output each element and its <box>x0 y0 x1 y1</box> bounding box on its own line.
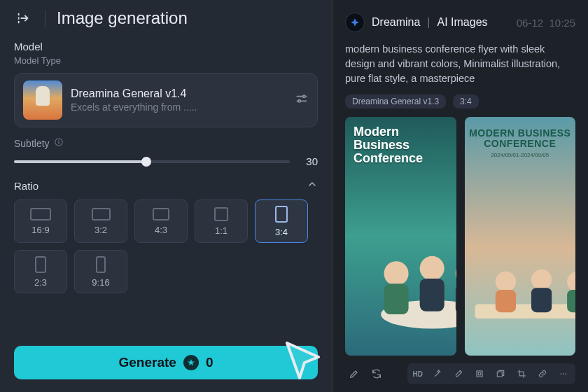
svg-rect-10 <box>475 304 575 318</box>
ratio-shape-icon <box>153 208 169 220</box>
ratio-label: Ratio <box>14 180 38 192</box>
edit-icon[interactable] <box>345 365 363 383</box>
ratio-option-3-4[interactable]: 3:4 <box>255 200 308 243</box>
svg-rect-7 <box>420 279 444 312</box>
svg-point-6 <box>420 256 444 281</box>
magic-wand-icon[interactable] <box>428 365 447 383</box>
svg-rect-20 <box>478 372 481 375</box>
ratio-option-16-9[interactable]: 16:9 <box>14 200 67 243</box>
svg-rect-21 <box>497 372 502 377</box>
results-feed: Dreamina | AI Images 06-12 10:25 modern … <box>332 0 588 392</box>
subtlety-label-row: Subtlety <box>14 137 318 150</box>
feed-timestamp: 06-12 10:25 <box>517 17 575 29</box>
poster-title: Modern Business Conference <box>354 125 448 165</box>
svg-rect-12 <box>495 290 515 312</box>
model-type-label: Model Type <box>14 55 318 66</box>
svg-rect-16 <box>567 290 575 312</box>
svg-point-11 <box>495 272 515 292</box>
svg-point-15 <box>567 272 575 292</box>
model-description: Excels at everything from ..... <box>71 102 286 113</box>
svg-rect-5 <box>384 284 409 315</box>
panel-header: Image generation <box>14 8 318 28</box>
feed-date: 06-12 <box>517 17 543 29</box>
ratio-option-label: 1:1 <box>215 225 227 236</box>
ratio-header[interactable]: Ratio <box>14 178 318 192</box>
result-grid: Modern Business Conference MODERN BUSINE… <box>345 117 575 356</box>
layers-icon[interactable] <box>491 365 510 383</box>
chip[interactable]: Dreamina General v1.3 <box>345 94 446 108</box>
feed-time: 10:25 <box>549 17 575 29</box>
page-title: Image generation <box>57 8 188 28</box>
credits-icon <box>183 355 199 370</box>
ratio-shape-icon <box>92 208 111 220</box>
divider <box>45 10 46 27</box>
hd-label[interactable]: HD <box>410 370 426 378</box>
ratio-shape-icon <box>35 256 46 273</box>
result-chips: Dreamina General v1.33:4 <box>345 94 575 108</box>
ratio-option-label: 4:3 <box>155 225 167 235</box>
ratio-option-label: 3:4 <box>275 227 288 237</box>
link-icon[interactable] <box>533 365 552 383</box>
expand-icon[interactable] <box>470 365 489 383</box>
svg-point-8 <box>456 262 456 286</box>
generate-button[interactable]: Generate 0 <box>14 346 318 379</box>
svg-point-0 <box>303 95 305 97</box>
brand-badge-icon <box>345 13 365 32</box>
svg-rect-14 <box>531 288 551 313</box>
ratio-options: 16:93:24:31:13:42:39:16 <box>14 200 318 293</box>
brand-name: Dreamina | AI Images <box>372 16 488 29</box>
poster-title: MODERN BUSINESS CONFERENCE 2024/09/01-20… <box>465 128 576 159</box>
ratio-option-3-2[interactable]: 3:2 <box>74 200 127 243</box>
slider-thumb[interactable] <box>141 157 151 167</box>
model-thumbnail <box>23 80 62 120</box>
prompt-text: modern business conference flyer with sl… <box>345 42 575 86</box>
ratio-shape-icon <box>275 206 288 223</box>
brand-text: Dreamina <box>372 16 420 29</box>
model-section-label: Model <box>14 41 318 52</box>
result-image-1[interactable]: Modern Business Conference <box>345 117 456 356</box>
ratio-shape-icon <box>214 207 228 221</box>
svg-point-4 <box>384 262 409 286</box>
svg-point-22 <box>561 373 562 374</box>
ratio-shape-icon <box>30 208 51 220</box>
model-selector[interactable]: Dreamina General v1.4 Excels at everythi… <box>14 73 318 127</box>
expand-collapse-icon[interactable] <box>14 8 34 28</box>
generation-panel: Image generation Model Model Type Dreami… <box>0 0 332 392</box>
crop-icon[interactable] <box>512 365 531 383</box>
ratio-option-1-1[interactable]: 1:1 <box>195 200 248 243</box>
generate-label: Generate <box>119 355 176 370</box>
svg-point-1 <box>298 100 300 102</box>
subtlety-label: Subtlety <box>14 138 50 149</box>
result-image-2[interactable]: MODERN BUSINESS CONFERENCE 2024/09/01-20… <box>465 117 576 356</box>
eraser-icon[interactable] <box>449 365 468 383</box>
feed-header: Dreamina | AI Images 06-12 10:25 <box>345 13 575 32</box>
brand-separator: | <box>427 16 430 29</box>
ratio-option-9-16[interactable]: 9:16 <box>74 250 127 293</box>
subtlety-value: 30 <box>300 155 318 167</box>
subtlety-slider[interactable]: 30 <box>14 155 318 167</box>
regenerate-icon[interactable] <box>368 365 386 383</box>
ratio-option-4-3[interactable]: 4:3 <box>134 200 188 243</box>
ratio-option-label: 2:3 <box>34 277 47 288</box>
info-icon[interactable] <box>54 137 64 150</box>
svg-point-23 <box>563 373 564 374</box>
result-toolbar: HD <box>345 364 575 384</box>
ratio-option-label: 9:16 <box>92 277 109 288</box>
svg-point-13 <box>531 270 551 290</box>
ratio-option-2-3[interactable]: 2:3 <box>14 250 67 293</box>
ratio-option-label: 3:2 <box>94 225 107 235</box>
model-info: Dreamina General v1.4 Excels at everythi… <box>71 88 286 113</box>
sliders-icon[interactable] <box>295 92 309 108</box>
brand-section: AI Images <box>438 16 488 29</box>
model-name: Dreamina General v1.4 <box>71 88 286 100</box>
svg-point-24 <box>566 373 567 374</box>
chip[interactable]: 3:4 <box>453 94 479 108</box>
ratio-option-label: 16:9 <box>31 225 49 235</box>
generate-cost: 0 <box>206 355 214 370</box>
svg-rect-19 <box>477 371 482 377</box>
more-icon[interactable] <box>554 365 573 383</box>
ratio-shape-icon <box>96 256 106 273</box>
chevron-up-icon <box>307 178 318 192</box>
